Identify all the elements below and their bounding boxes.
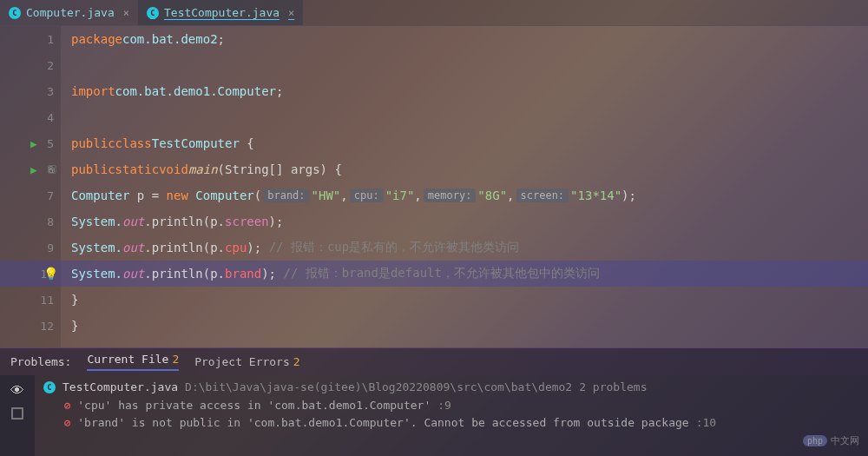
code-editor[interactable]: package com.bat.demo2; import com.bat.de… [61,26,868,347]
problems-panel-body: 👁 C TestComputer.java D:\bit\Java\java-s… [0,375,868,456]
fold-icon[interactable]: ⊟ [48,165,56,174]
code-line: import com.bat.demo1.Computer; [61,78,868,104]
editor-tab-bar: C Computer.java × C TestComputer.java × [0,0,868,26]
code-line: System.out.println(p.brand); // 报错：brand… [61,261,868,287]
code-line: public class TestComputer { [61,130,868,156]
error-icon: ⊘ [64,417,70,429]
line-number: 9 [30,241,54,254]
tab-label: TestComputer.java [164,6,279,19]
php-logo-icon: php [803,435,827,446]
watermark: php 中文网 [803,434,859,447]
editor-area: 1 2 3 4 5▶ 6▶⊟ 7 8 9 10💡 11 12 package c… [0,26,868,347]
line-number: 8 [30,215,54,228]
code-line: System.out.println(p.cpu); // 报错：cup是私有的… [61,235,868,261]
tab-testcomputer-java[interactable]: C TestComputer.java × [138,0,303,25]
line-number: 12 [30,320,54,333]
problem-row[interactable]: ⊘ 'cpu' has private access in 'com.bat.d… [43,399,859,412]
problems-tab-project-errors[interactable]: Project Errors2 [194,355,299,368]
error-icon: ⊘ [64,400,70,412]
problem-line-ref: :9 [437,399,451,412]
param-hint: cpu: [350,188,384,202]
tab-computer-java[interactable]: C Computer.java × [0,0,138,25]
problem-text: 'brand' is not public in 'com.bat.demo1.… [77,416,688,429]
problem-row[interactable]: ⊘ 'brand' is not public in 'com.bat.demo… [43,416,859,429]
run-gutter-icon[interactable]: ▶ [30,163,37,176]
line-number: 11 [30,294,54,307]
java-class-icon: C [43,381,56,393]
code-line: public static void main(String[] args) { [61,156,868,182]
problems-sidebar: 👁 [0,375,35,456]
param-hint: brand: [263,188,309,202]
param-hint: screen: [516,188,569,202]
stop-icon[interactable] [11,407,23,420]
line-number: 4 [30,111,54,124]
line-number: 7 [30,189,54,202]
java-class-icon: C [147,7,159,19]
problem-file-name: TestComputer.java [62,380,178,393]
code-line: package com.bat.demo2; [61,26,868,52]
code-line: Computer p = new Computer(brand:"HW", cp… [61,182,868,208]
line-number: 1 [30,33,54,46]
problem-file-path: D:\bit\Java\java-se(gitee)\Blog20220809\… [185,380,572,393]
problems-panel-header: Problems: Current File2 Project Errors2 [0,347,868,375]
param-hint: memory: [424,188,477,202]
intention-bulb-icon[interactable]: 💡 [43,267,58,281]
problem-text: 'cpu' has private access in 'com.bat.dem… [77,399,431,412]
watermark-text: 中文网 [831,434,859,447]
tab-label: Computer.java [26,6,115,19]
code-line: System.out.println(p.screen); [61,208,868,235]
close-icon[interactable]: × [288,7,294,19]
problems-tab-current-file[interactable]: Current File2 [87,353,179,371]
code-line: } [61,313,868,339]
code-line [61,104,868,130]
gutter: 1 2 3 4 5▶ 6▶⊟ 7 8 9 10💡 11 12 [0,26,61,347]
line-number: 2 [30,59,54,72]
code-line: } [61,287,868,313]
problems-file-count: 2 problems [579,380,647,393]
close-icon[interactable]: × [123,7,129,19]
problem-line-ref: :10 [696,416,716,429]
line-number: 3 [30,85,54,98]
eye-icon[interactable]: 👁 [10,382,24,399]
java-class-icon: C [9,7,21,19]
code-line [61,52,868,78]
problems-label: Problems: [10,355,71,368]
problem-file-row[interactable]: C TestComputer.java D:\bit\Java\java-se(… [43,380,859,393]
problems-content: C TestComputer.java D:\bit\Java\java-se(… [35,375,868,456]
run-gutter-icon[interactable]: ▶ [30,137,37,150]
